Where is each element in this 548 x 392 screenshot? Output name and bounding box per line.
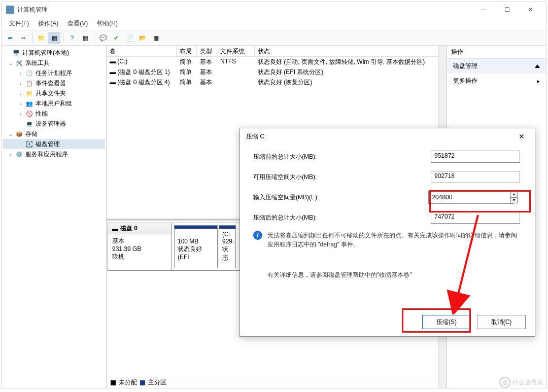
hint-text: 有关详细信息，请参阅磁盘管理帮助中的"收缩基本卷" <box>267 270 412 279</box>
toolbar: ⬅ ➡ 📁 ▦ ? ▦ 💬 ✔ 📄 📂 ▦ <box>2 30 546 46</box>
tb-btn-5[interactable]: 💬 <box>97 32 109 44</box>
info-icon: i <box>253 231 262 240</box>
volume-row[interactable]: ▬ (磁盘 0 磁盘分区 1) 简单基本状态良好 (EFI 系统分区) <box>107 67 447 77</box>
tree-services[interactable]: 服务和应用程序 <box>25 150 68 159</box>
dialog-close-button[interactable]: ✕ <box>515 130 529 142</box>
minimize-button[interactable]: ─ <box>472 2 495 17</box>
tree-diskmgmt[interactable]: 磁盘管理 <box>36 140 60 149</box>
shrink-amount-input[interactable] <box>428 191 513 204</box>
tb-btn-8[interactable]: 📂 <box>136 32 149 44</box>
disk-icon: ▬ <box>110 58 116 65</box>
menu-action[interactable]: 操作(A) <box>34 18 62 29</box>
app-icon <box>6 6 14 14</box>
col-volume[interactable]: 卷 <box>107 46 177 56</box>
collapse-icon <box>535 64 540 68</box>
shrink-amount-spinner[interactable]: ▲▼ <box>428 191 522 204</box>
tree-shares[interactable]: 共享文件夹 <box>36 89 66 98</box>
volume-row[interactable]: ▬ (C:) 简单基本NTFS状态良好 (启动, 页面文件, 故障转储, Wim… <box>107 57 447 67</box>
label-total-after: 压缩后的总计大小(MB): <box>253 213 431 222</box>
shrink-button[interactable]: 压缩(S) <box>422 315 471 329</box>
disk-info[interactable]: ▬磁盘 0 基本 931.39 GB 联机 <box>108 223 172 270</box>
forward-button[interactable]: ➡ <box>17 32 29 44</box>
chevron-right-icon: ▸ <box>537 78 540 85</box>
tree-root[interactable]: 计算机管理(本地) <box>22 49 69 57</box>
watermark: 值 什么值得买 <box>499 377 543 388</box>
menubar: 文件(F) 操作(A) 查看(V) 帮助(H) <box>2 17 546 30</box>
tree-events[interactable]: 事件查看器 <box>36 79 66 88</box>
value-total-after: 747072 <box>431 211 520 224</box>
tree-systools[interactable]: 系统工具 <box>25 59 50 67</box>
tb-btn-9[interactable]: ▦ <box>150 32 162 44</box>
menu-view[interactable]: 查看(V) <box>63 18 92 29</box>
disk-icon: ▬ <box>110 79 116 86</box>
col-type[interactable]: 类型 <box>197 46 217 56</box>
maximize-button[interactable]: ☐ <box>495 2 519 17</box>
info-text: 无法将卷压缩到超出任何不可移动的文件所在的点。有关完成该操作时间的详细信息，请参… <box>267 231 522 249</box>
value-total-before: 951872 <box>431 151 520 163</box>
volume-row[interactable]: ▬ (磁盘 0 磁盘分区 4) 简单基本状态良好 (恢复分区) <box>107 77 447 87</box>
tb-btn-1[interactable]: 📁 <box>35 32 47 44</box>
menu-file[interactable]: 文件(F) <box>5 18 33 29</box>
menu-help[interactable]: 帮助(H) <box>93 18 122 29</box>
value-available: 902718 <box>431 171 520 183</box>
partition[interactable]: (C: 929. 状态 <box>219 225 236 268</box>
actions-more[interactable]: 更多操作▸ <box>447 74 546 88</box>
tree-storage[interactable]: 存储 <box>25 130 38 138</box>
dialog-title: 压缩 C: <box>246 132 266 141</box>
tree-users[interactable]: 本地用户和组 <box>36 99 72 108</box>
tree-devmgr[interactable]: 设备管理器 <box>36 120 66 128</box>
shrink-dialog: 压缩 C: ✕ 压缩前的总计大小(MB): 951872 可用压缩空间大小(MB… <box>239 128 535 337</box>
col-layout[interactable]: 布局 <box>177 46 197 56</box>
spin-down-button[interactable]: ▼ <box>510 197 518 203</box>
titlebar: 计算机管理 ─ ☐ ✕ <box>2 2 546 17</box>
label-available: 可用压缩空间大小(MB): <box>253 173 431 182</box>
label-total-before: 压缩前的总计大小(MB): <box>253 153 431 161</box>
back-button[interactable]: ⬅ <box>4 32 16 44</box>
cancel-button[interactable]: 取消(C) <box>477 315 526 329</box>
nav-tree[interactable]: 🖥️计算机管理(本地) ⌄🛠️系统工具 ›🕒任务计划程序 ›📋事件查看器 ›📁共… <box>2 46 107 388</box>
actions-header: 操作 <box>447 46 546 59</box>
window-title: 计算机管理 <box>17 6 472 14</box>
label-shrink-amount: 输入压缩空间量(MB)(E): <box>253 193 428 202</box>
col-fs[interactable]: 文件系统 <box>217 46 255 56</box>
legend: 未分配 主分区 <box>107 377 438 388</box>
tree-perf[interactable]: 性能 <box>36 110 48 118</box>
tb-btn-3[interactable]: ? <box>66 32 78 44</box>
tb-btn-6[interactable]: ✔ <box>110 32 122 44</box>
close-button[interactable]: ✕ <box>519 2 542 17</box>
disk-icon: ▬ <box>110 68 116 76</box>
actions-group[interactable]: 磁盘管理 <box>447 59 546 74</box>
col-status[interactable]: 状态 <box>255 46 447 56</box>
tree-scheduler[interactable]: 任务计划程序 <box>36 69 72 78</box>
tb-btn-7[interactable]: 📄 <box>123 32 135 44</box>
partition[interactable]: 100 MB 状态良好 (EFI <box>174 225 218 268</box>
spin-up-button[interactable]: ▲ <box>510 191 518 197</box>
tb-btn-4[interactable]: ▦ <box>79 32 91 44</box>
tb-btn-2[interactable]: ▦ <box>48 32 60 44</box>
